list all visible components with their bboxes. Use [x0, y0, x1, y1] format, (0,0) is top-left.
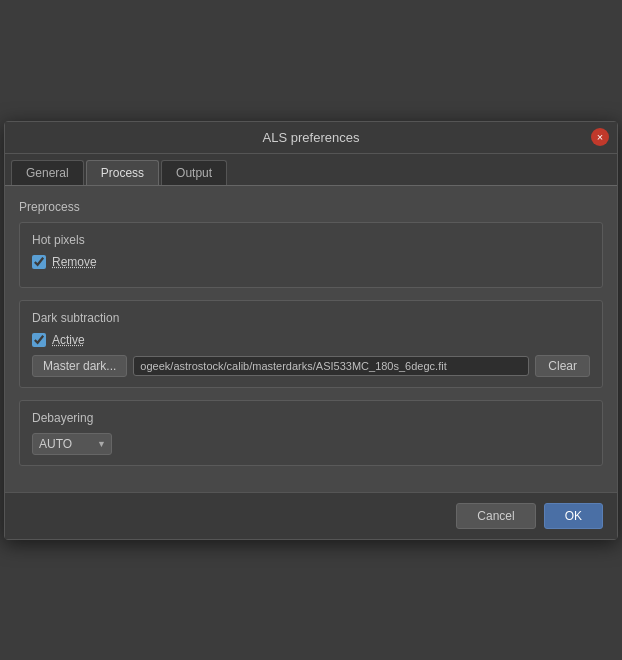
- remove-row: Remove: [32, 255, 590, 269]
- clear-button[interactable]: Clear: [535, 355, 590, 377]
- master-dark-row: Master dark... Clear: [32, 355, 590, 377]
- tab-content: Preprocess Hot pixels Remove Dark subtra…: [5, 185, 617, 492]
- debayering-group: Debayering AUTO RGGB BGGR GRBG GBRG: [19, 400, 603, 466]
- active-checkbox[interactable]: [32, 333, 46, 347]
- title-bar: ALS preferences ×: [5, 122, 617, 154]
- debayering-title: Debayering: [32, 411, 590, 425]
- cancel-button[interactable]: Cancel: [456, 503, 535, 529]
- ok-button[interactable]: OK: [544, 503, 603, 529]
- master-dark-path-input[interactable]: [133, 356, 529, 376]
- dark-subtraction-title: Dark subtraction: [32, 311, 590, 325]
- tabs-bar: General Process Output: [5, 154, 617, 185]
- preprocess-section-label: Preprocess: [19, 200, 603, 214]
- als-preferences-dialog: ALS preferences × General Process Output…: [4, 121, 618, 540]
- hot-pixels-title: Hot pixels: [32, 233, 590, 247]
- debayering-combo-wrapper: AUTO RGGB BGGR GRBG GBRG: [32, 433, 112, 455]
- tab-general[interactable]: General: [11, 160, 84, 185]
- debayering-select[interactable]: AUTO RGGB BGGR GRBG GBRG: [32, 433, 112, 455]
- dark-subtraction-group: Dark subtraction Active Master dark... C…: [19, 300, 603, 388]
- hot-pixels-group: Hot pixels Remove: [19, 222, 603, 288]
- close-button[interactable]: ×: [591, 128, 609, 146]
- dialog-footer: Cancel OK: [5, 492, 617, 539]
- remove-label[interactable]: Remove: [52, 255, 97, 269]
- master-dark-browse-button[interactable]: Master dark...: [32, 355, 127, 377]
- tab-output[interactable]: Output: [161, 160, 227, 185]
- active-label[interactable]: Active: [52, 333, 85, 347]
- debayering-row: AUTO RGGB BGGR GRBG GBRG: [32, 433, 590, 455]
- tab-process[interactable]: Process: [86, 160, 159, 185]
- remove-checkbox[interactable]: [32, 255, 46, 269]
- dialog-title: ALS preferences: [263, 130, 360, 145]
- active-row: Active: [32, 333, 590, 347]
